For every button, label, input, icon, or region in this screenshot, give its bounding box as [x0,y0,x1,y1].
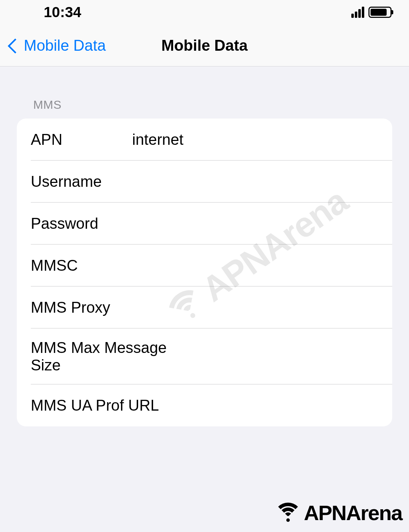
username-label: Username [31,173,132,190]
mmsc-label: MMSC [31,257,132,274]
navigation-bar: Mobile Data Mobile Data [0,24,409,66]
back-button-label: Mobile Data [24,37,106,54]
mmsc-row[interactable]: MMSC [17,244,392,286]
mms-proxy-field[interactable] [132,299,378,316]
cellular-signal-icon [351,7,364,18]
username-field[interactable] [132,173,378,190]
section-header-mms: MMS [0,98,409,112]
apn-field[interactable] [132,131,378,148]
mms-max-size-field[interactable] [186,348,378,365]
password-field[interactable] [132,215,378,232]
mms-ua-prof-url-row[interactable]: MMS UA Prof URL [17,384,392,426]
mms-settings-card: APN Username Password MMSC MMS Proxy MMS… [17,119,392,426]
apn-label: APN [31,131,132,148]
wifi-icon [274,503,302,524]
apn-row[interactable]: APN [17,119,392,161]
mms-max-size-label: MMS Max Message Size [31,339,186,374]
mms-ua-prof-url-field[interactable] [159,397,378,414]
content-area: MMS APN Username Password MMSC MMS Proxy [0,66,409,426]
mmsc-field[interactable] [132,257,378,274]
mms-proxy-row[interactable]: MMS Proxy [17,286,392,328]
password-row[interactable]: Password [17,203,392,244]
footer-logo: APNArena [274,501,402,525]
mms-max-size-row[interactable]: MMS Max Message Size [17,328,392,384]
password-label: Password [31,215,132,232]
footer-logo-text: APNArena [304,501,402,525]
status-bar: 10:34 [0,0,409,24]
chevron-left-icon [7,38,17,53]
page-title: Mobile Data [162,37,248,54]
mms-proxy-label: MMS Proxy [31,299,132,316]
username-row[interactable]: Username [17,161,392,203]
status-indicators [351,7,392,18]
back-button[interactable]: Mobile Data [7,37,106,54]
status-time: 10:34 [44,4,81,21]
battery-icon [368,7,392,18]
mms-ua-prof-url-label: MMS UA Prof URL [31,397,159,414]
